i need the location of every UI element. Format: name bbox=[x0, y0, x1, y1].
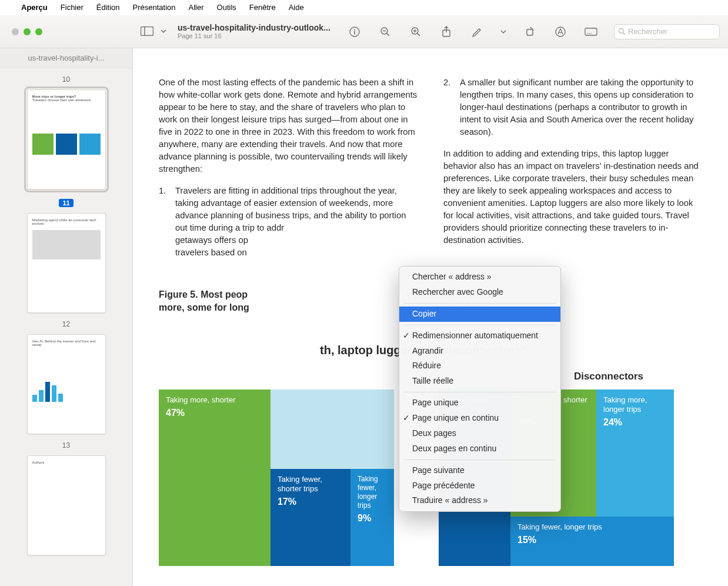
svg-line-21 bbox=[623, 33, 626, 35]
rotate-icon[interactable] bbox=[522, 24, 537, 39]
share-icon[interactable] bbox=[439, 24, 454, 39]
search-placeholder: Rechercher bbox=[628, 27, 667, 36]
tm2-box4-label: Taking fewer, longer trips bbox=[517, 522, 667, 532]
close-dot[interactable] bbox=[12, 28, 19, 35]
thumbnail-sidebar: us-travel-hospitality-i... 10 More trips… bbox=[0, 48, 133, 586]
thumbnail-page-13[interactable]: Gen AI: Behind the scenes and front and … bbox=[27, 334, 106, 434]
document-content: One of the most lasting effects of the p… bbox=[133, 48, 728, 586]
thumb-label-12: 12 bbox=[62, 320, 70, 328]
tm1-box1-pct: 47% bbox=[166, 407, 263, 419]
tm2-box3-pct: 24% bbox=[603, 417, 667, 428]
menu-go[interactable]: Aller bbox=[189, 3, 204, 12]
zoom-dot[interactable] bbox=[35, 28, 42, 35]
menu-window[interactable]: Fenêtre bbox=[249, 3, 276, 12]
menu-edit[interactable]: Édition bbox=[96, 3, 120, 12]
svg-rect-4 bbox=[354, 31, 355, 34]
ctx-single-page[interactable]: Page unique bbox=[399, 395, 560, 411]
sidebar-toggle-icon[interactable] bbox=[140, 25, 154, 38]
svg-rect-14 bbox=[527, 29, 533, 35]
svg-point-20 bbox=[619, 29, 624, 34]
svg-point-18 bbox=[589, 33, 590, 34]
list-item-1b: getaways offers op bbox=[175, 235, 248, 245]
svg-line-9 bbox=[418, 33, 420, 36]
markup-icon[interactable] bbox=[553, 24, 568, 39]
tm1-box3-pct: 9% bbox=[358, 512, 387, 524]
tm1-box3-label: Taking fewer, longer trips bbox=[358, 475, 387, 510]
preview-window: us-travel-hospitality-industry-outlook..… bbox=[0, 15, 728, 586]
svg-line-6 bbox=[387, 33, 390, 36]
tm1-box2-pct: 17% bbox=[278, 496, 343, 508]
treemap-laptop-luggers: Taking more, shorter 47% Taking fewer, s… bbox=[159, 389, 394, 566]
ctx-search-google[interactable]: Rechercher avec Google bbox=[399, 285, 560, 300]
thumbnail-page-11[interactable]: More trips or longer trips? Travelers ch… bbox=[27, 89, 106, 189]
svg-point-17 bbox=[587, 33, 588, 34]
svg-rect-16 bbox=[585, 28, 597, 35]
info-icon[interactable] bbox=[347, 24, 362, 39]
tm2-box3-label: Taking more, longer trips bbox=[603, 395, 667, 415]
ctx-prev-page[interactable]: Page précédente bbox=[399, 478, 560, 494]
traffic-lights bbox=[0, 28, 129, 35]
zoom-out-icon[interactable] bbox=[378, 24, 393, 39]
list-item-1c: travelers based on bbox=[175, 248, 247, 257]
ctx-search-term[interactable]: Chercher « address » bbox=[399, 269, 560, 285]
tm1-box2-label: Taking fewer, shorter trips bbox=[278, 475, 343, 494]
zoom-in-icon[interactable] bbox=[408, 24, 423, 39]
svg-point-3 bbox=[354, 29, 355, 30]
ctx-two-pages[interactable]: Deux pages bbox=[399, 426, 560, 441]
list-item-1a: Travelers are fitting in additional trip… bbox=[175, 186, 406, 232]
ctx-single-continuous[interactable]: Page unique en continu bbox=[399, 411, 560, 426]
mac-menubar: Aperçu Fichier Édition Présentation Alle… bbox=[0, 0, 728, 15]
highlight-icon[interactable] bbox=[469, 24, 485, 39]
form-icon[interactable] bbox=[583, 24, 599, 39]
view-menu-chevron-icon[interactable] bbox=[160, 25, 167, 38]
ctx-auto-resize[interactable]: Redimensionner automatiquement bbox=[399, 328, 560, 344]
thumbnail-page-12[interactable]: Marketing spend shifts as consumer tech … bbox=[27, 213, 106, 313]
list-item-2: A smaller but significant number are tak… bbox=[460, 76, 702, 138]
tm2-box4-pct: 15% bbox=[517, 534, 667, 546]
paragraph: One of the most lasting effects of the p… bbox=[159, 76, 418, 175]
svg-point-19 bbox=[590, 33, 592, 34]
document-title: us-travel-hospitality-industry-outlook..… bbox=[178, 23, 330, 32]
thumbnail-page-14[interactable]: Authors bbox=[27, 455, 106, 555]
minimize-dot[interactable] bbox=[24, 28, 31, 35]
window-titlebar: us-travel-hospitality-industry-outlook..… bbox=[0, 15, 728, 48]
ctx-copy[interactable]: Copier bbox=[399, 307, 560, 322]
thumb-label-13: 13 bbox=[62, 441, 70, 450]
ctx-zoom-out[interactable]: Réduire bbox=[399, 358, 560, 374]
highlight-chevron-icon[interactable] bbox=[500, 24, 507, 39]
search-icon bbox=[618, 28, 626, 35]
thumb-label-10: 10 bbox=[62, 75, 70, 84]
context-menu: Chercher « address » Rechercher avec Goo… bbox=[399, 266, 561, 512]
svg-rect-0 bbox=[141, 27, 153, 36]
menu-file[interactable]: Fichier bbox=[61, 3, 84, 12]
ctx-zoom-in[interactable]: Agrandir bbox=[399, 344, 560, 359]
chart-caption-disconnectors: Disconnectors bbox=[574, 369, 702, 384]
ctx-next-page[interactable]: Page suivante bbox=[399, 463, 560, 478]
ctx-two-continuous[interactable]: Deux pages en continu bbox=[399, 441, 560, 457]
app-name[interactable]: Aperçu bbox=[21, 3, 48, 12]
list-num-1: 1. bbox=[159, 185, 168, 259]
ctx-translate[interactable]: Traduire « address » bbox=[399, 493, 560, 508]
list-num-2: 2. bbox=[443, 76, 453, 138]
ctx-actual-size[interactable]: Taille réelle bbox=[399, 374, 560, 389]
menu-help[interactable]: Aide bbox=[289, 3, 304, 12]
paragraph: In addition to adding and extending trip… bbox=[443, 148, 702, 247]
menu-presentation[interactable]: Présentation bbox=[133, 3, 176, 12]
search-input[interactable]: Rechercher bbox=[614, 24, 720, 39]
selected-page-badge: 11 bbox=[59, 199, 73, 207]
page-indicator: Page 11 sur 16 bbox=[178, 32, 330, 40]
tm1-box1-label: Taking more, shorter bbox=[166, 395, 263, 405]
sidebar-tab[interactable]: us-travel-hospitality-i... bbox=[0, 48, 132, 68]
menu-tools[interactable]: Outils bbox=[217, 3, 236, 12]
